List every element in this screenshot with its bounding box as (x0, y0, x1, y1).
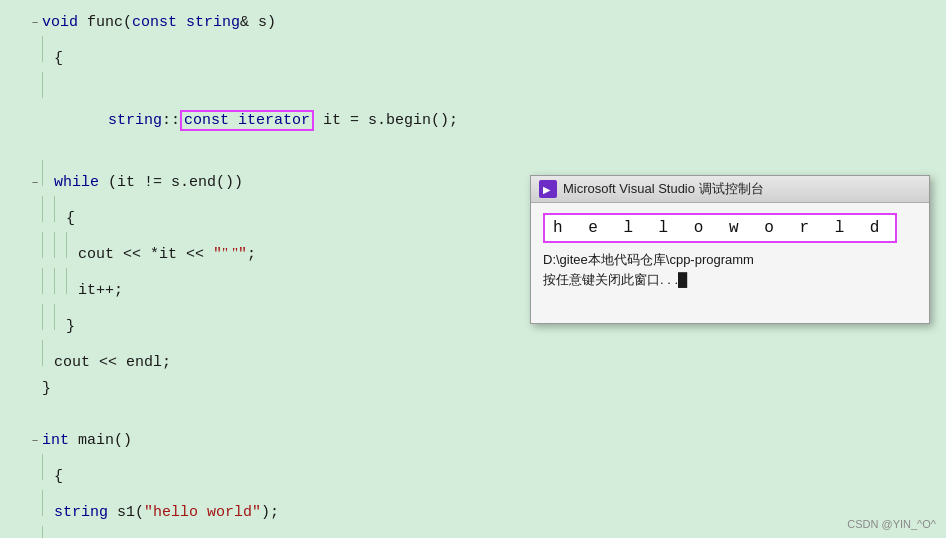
indent-guide4 (42, 196, 52, 222)
indent-guide8 (66, 232, 76, 258)
press-key-line: 按任意键关闭此窗口. . . (543, 271, 917, 289)
line8-text: } (66, 314, 75, 340)
code-line-2: { (0, 36, 946, 72)
indent-guide11 (66, 268, 76, 294)
indent-guide13 (54, 304, 64, 330)
collapse-btn-while[interactable]: − (28, 170, 42, 196)
code-line-13: { (0, 454, 946, 490)
line13-text: { (54, 464, 63, 490)
indent-guide3 (42, 160, 52, 186)
line14-text: string s1("hello world"); (54, 500, 279, 526)
hello-world-output: h e l l o w o r l d (543, 213, 897, 243)
indent-guide7 (54, 232, 64, 258)
code-line-15: func(s1); (0, 526, 946, 538)
debug-console-title: Microsoft Visual Studio 调试控制台 (563, 180, 764, 198)
line12-text: int main() (42, 428, 132, 454)
line9-text: cout << endl; (54, 350, 171, 376)
indent-guide12 (42, 304, 52, 330)
code-line-3: string::const iterator it = s.begin(); (0, 72, 946, 160)
code-line-10: } (0, 376, 946, 402)
indent-guide (42, 36, 52, 62)
debug-title-bar: ▶ Microsoft Visual Studio 调试控制台 (531, 176, 929, 203)
indent-guide10 (54, 268, 64, 294)
debug-console: ▶ Microsoft Visual Studio 调试控制台 h e l l … (530, 175, 930, 324)
const-iterator-highlight: const iterator (180, 110, 314, 131)
indent-guide6 (42, 232, 52, 258)
line2-text: { (54, 46, 63, 72)
line10-text: } (42, 376, 51, 402)
indent-guide17 (42, 526, 52, 538)
indent-guide16 (42, 490, 52, 516)
indent-guide5 (54, 196, 64, 222)
indent-guide14 (42, 340, 52, 366)
watermark: CSDN @YIN_^O^ (847, 518, 936, 530)
collapse-btn-func[interactable]: − (28, 10, 42, 36)
vs-icon: ▶ (539, 180, 557, 198)
line5-text: { (66, 206, 75, 232)
path-line: D:\gitee本地代码仓库\cpp-programm (543, 251, 917, 269)
code-line-14: string s1("hello world"); (0, 490, 946, 526)
code-line-11 (0, 402, 946, 428)
collapse-btn-main[interactable]: − (28, 428, 42, 454)
code-line-12: − int main() (0, 428, 946, 454)
indent-guide2 (42, 72, 52, 98)
indent-guide9 (42, 268, 52, 294)
indent-guide15 (42, 454, 52, 480)
debug-content: h e l l o w o r l d D:\gitee本地代码仓库\cpp-p… (531, 203, 929, 323)
line4-text: while (it != s.end()) (54, 170, 243, 196)
line1-text: void func(const string& s) (42, 10, 276, 36)
line6-text: cout << *it << "" ""; (78, 240, 256, 268)
code-line-1: − void func(const string& s) (0, 10, 946, 36)
code-line-9: cout << endl; (0, 340, 946, 376)
press-key-text: 按任意键关闭此窗口. . . (543, 272, 678, 287)
svg-text:▶: ▶ (543, 185, 551, 195)
line3-text: string::const iterator it = s.begin(); (54, 82, 458, 160)
cursor (678, 272, 687, 287)
line7-text: it++; (78, 278, 123, 304)
